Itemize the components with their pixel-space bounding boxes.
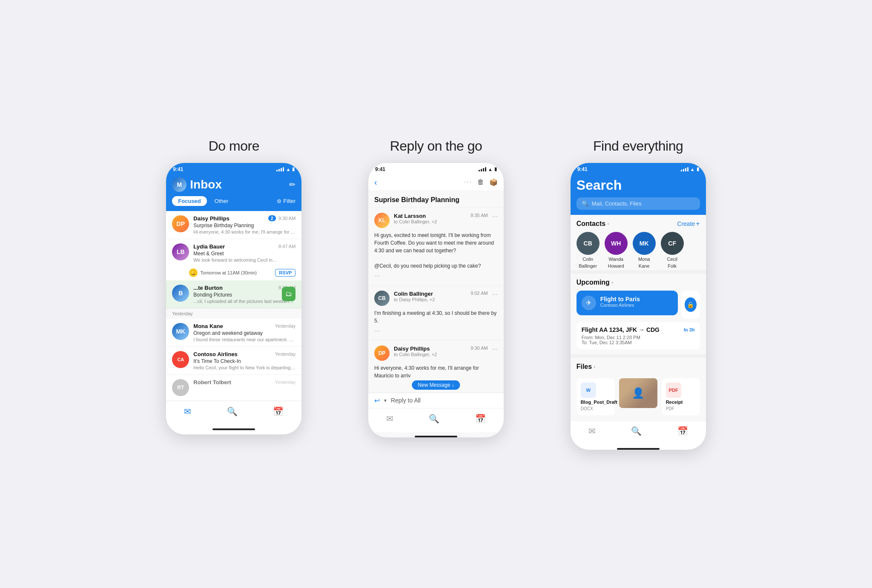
reply-bar[interactable]: ↩ ▼ Reply to All bbox=[368, 393, 504, 408]
panel-do-more: Do more 9:41 ▲ ▮ bbox=[138, 138, 330, 435]
contact-item-cecil[interactable]: CF Cecil Folk bbox=[661, 232, 684, 268]
email-subject: Bonding Pictures bbox=[193, 292, 295, 298]
email-subject: Surprise Birthday Planning bbox=[193, 223, 295, 228]
more-options-icon[interactable]: ··· bbox=[464, 178, 472, 186]
email-preview: ...cil, I uploaded all of the pictures l… bbox=[193, 299, 295, 304]
plus-icon: + bbox=[696, 220, 700, 228]
archive-icon[interactable]: 📦 bbox=[489, 178, 498, 186]
email-item-burton[interactable]: B ...te Burton 8:13 AM Bonding Pictures … bbox=[166, 280, 301, 308]
nav-search[interactable]: 🔍 bbox=[429, 414, 439, 424]
status-time: 9:41 bbox=[173, 166, 183, 172]
email-content-daisy: Daisy Phillips 2 9:30 AM Surprise Birthd… bbox=[193, 215, 295, 234]
contact-name-mona: Mona bbox=[638, 257, 650, 262]
nav-calendar[interactable]: 📅 bbox=[677, 426, 688, 436]
nav-mail[interactable]: ✉ bbox=[588, 426, 596, 436]
nav-calendar[interactable]: 📅 bbox=[273, 406, 284, 417]
contact-item-mona[interactable]: MK Mona Kane bbox=[633, 232, 656, 268]
filter-button[interactable]: ⊜ Filter bbox=[277, 198, 295, 204]
tab-focused[interactable]: Focused bbox=[172, 196, 207, 206]
file-card-pdf[interactable]: PDF Receipt PDF bbox=[662, 378, 700, 415]
flight-card[interactable]: ✈ Flight to Paris Contoso Airlines bbox=[577, 291, 678, 315]
thread-dots: ··· bbox=[374, 272, 498, 280]
email-avatar-daisy: DP bbox=[172, 215, 189, 232]
contact-surname-cecil: Folk bbox=[668, 263, 677, 268]
files-section-title: Files › bbox=[577, 363, 595, 371]
email-content-contoso: Contoso Airlines Yesterday It's Time To … bbox=[193, 351, 295, 370]
trash-icon[interactable]: 🗑 bbox=[477, 178, 484, 186]
email-time: 8:47 AM bbox=[278, 244, 295, 249]
search-input-bar[interactable]: 🔍 Mail, Contacts, Files bbox=[577, 197, 700, 210]
email-content-lydia: Lydia Bauer 8:47 AM Meet & Greet We look… bbox=[193, 243, 295, 263]
flight-route: Flight AA 1234, JFK → CDG bbox=[582, 326, 660, 333]
search-body: Contacts › Create + CB bbox=[571, 215, 706, 420]
email-subject: Meet & Greet bbox=[193, 251, 295, 257]
email-sender: Contoso Airlines bbox=[193, 351, 238, 357]
email-preview: Hello Cecil, your flight to New York is … bbox=[193, 365, 295, 370]
nav-search[interactable]: 🔍 bbox=[631, 426, 642, 436]
contact-avatar-colin: CB bbox=[577, 232, 600, 255]
email-item-lydia[interactable]: LB Lydia Bauer 8:47 AM Meet & Greet We l… bbox=[166, 239, 301, 280]
search-icon: 🔍 bbox=[582, 200, 588, 207]
email-time: 9:30 AM bbox=[278, 216, 295, 221]
file-type-docx: DOCX bbox=[581, 406, 611, 411]
section-yesterday: Yesterday bbox=[166, 308, 301, 319]
thread-body: Hi guys, excited to meet tonight. I'll b… bbox=[374, 231, 498, 270]
status-time: 9:41 bbox=[375, 166, 385, 172]
battery-icon: ▮ bbox=[292, 166, 295, 172]
home-indicator bbox=[617, 448, 660, 450]
email-item-contoso[interactable]: CA Contoso Airlines Yesterday It's Time … bbox=[166, 347, 301, 375]
file-name-docx: Blog_Post_Draft bbox=[581, 400, 611, 405]
thread-time: 8:35 AM bbox=[470, 213, 488, 218]
thread-avatar-colin: CB bbox=[374, 291, 390, 306]
wifi-icon: ▲ bbox=[488, 167, 493, 172]
back-button[interactable]: ‹ bbox=[374, 177, 377, 187]
signal-icon bbox=[479, 167, 486, 171]
nav-mail[interactable]: ✉ bbox=[386, 414, 393, 424]
wifi-icon: ▲ bbox=[286, 167, 290, 172]
thread-to: to Colin Ballinger, +2 bbox=[394, 219, 466, 224]
nav-mail[interactable]: ✉ bbox=[184, 406, 191, 417]
status-icons: ▲ ▮ bbox=[276, 166, 295, 172]
thread-to: to Colin Ballinger, +2 bbox=[394, 352, 466, 357]
thread-time: 9:30 AM bbox=[470, 345, 488, 351]
nav-calendar[interactable]: 📅 bbox=[475, 414, 486, 424]
email-avatar-mona: MK bbox=[172, 323, 189, 340]
email-preview: I found these restaurants near our apart… bbox=[193, 337, 295, 342]
email-sender: Lydia Bauer bbox=[193, 243, 225, 250]
contact-item-wanda[interactable]: WH Wanda Howard bbox=[605, 232, 628, 268]
email-sender: Robert Tolbert bbox=[193, 379, 231, 385]
files-row: W Blog_Post_Draft DOCX 👤 PDF Receipt bbox=[571, 377, 706, 420]
rsvp-button[interactable]: RSVP bbox=[275, 269, 295, 277]
nav-search[interactable]: 🔍 bbox=[227, 406, 238, 417]
new-message-badge[interactable]: New Message ↓ bbox=[412, 380, 460, 390]
email-item-mona[interactable]: MK Mona Kane Yesterday Oregon and weeken… bbox=[166, 319, 301, 347]
tab-other[interactable]: Other bbox=[210, 196, 233, 206]
more-icon[interactable]: ··· bbox=[492, 345, 498, 353]
email-avatar-robert: RT bbox=[172, 379, 189, 396]
reminder-bar: 🔔 Tomorrow at 11AM (30min) RSVP bbox=[166, 267, 301, 280]
inbox-title: M Inbox bbox=[172, 177, 222, 192]
lock-card[interactable]: 🔒 bbox=[681, 291, 700, 319]
email-subject: Oregon and weekend getaway bbox=[193, 330, 295, 336]
thread-time: 9:02 AM bbox=[470, 291, 488, 296]
contact-item-colin[interactable]: CB Colin Ballinger bbox=[577, 232, 600, 268]
flight-to: To: Tue, Dec 12 3:35AM bbox=[582, 340, 695, 345]
more-icon[interactable]: ··· bbox=[492, 213, 498, 220]
showcase-container: Do more 9:41 ▲ ▮ bbox=[138, 138, 734, 450]
create-button[interactable]: Create + bbox=[677, 220, 700, 228]
thread-sender: Daisy Phillips bbox=[394, 345, 466, 352]
file-card-docx[interactable]: W Blog_Post_Draft DOCX bbox=[577, 378, 615, 415]
reply-icon: ↩ bbox=[374, 397, 380, 405]
file-card-photo[interactable]: 👤 bbox=[619, 378, 657, 415]
email-item-daisy[interactable]: DP Daisy Phillips 2 9:30 AM Surprise Bir… bbox=[166, 211, 301, 239]
thread-avatar-daisy: DP bbox=[374, 345, 390, 361]
battery-icon: ▮ bbox=[494, 166, 497, 172]
email-item-robert[interactable]: RT Robert Tolbert Yesterday bbox=[166, 375, 301, 401]
panel-title-do-more: Do more bbox=[209, 138, 259, 154]
email-preview: We look forward to welcoming Cecil in... bbox=[193, 257, 295, 263]
thread-body: Hi everyone, 4:30 works for me, I'll arr… bbox=[374, 364, 498, 380]
reminder-text: Tomorrow at 11AM (30min) bbox=[200, 270, 272, 275]
compose-icon[interactable]: ✏ bbox=[289, 180, 295, 189]
reply-chevron[interactable]: ▼ bbox=[383, 398, 387, 403]
more-icon[interactable]: ··· bbox=[492, 291, 498, 298]
